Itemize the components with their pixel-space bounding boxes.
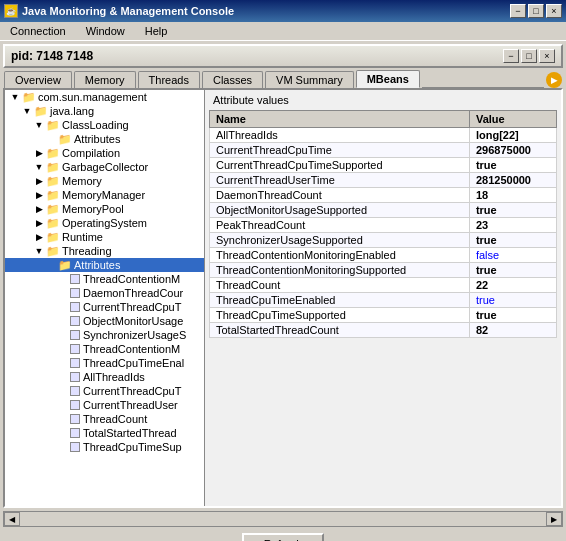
table-row[interactable]: ThreadCount22 bbox=[210, 278, 557, 293]
tree-node[interactable]: TotalStartedThread bbox=[5, 426, 204, 440]
leaf-icon bbox=[70, 302, 80, 312]
tree-node[interactable]: ▼📁ClassLoading bbox=[5, 118, 204, 132]
tab-vm-summary[interactable]: VM Summary bbox=[265, 71, 354, 88]
menu-help[interactable]: Help bbox=[139, 24, 174, 38]
window-title: Java Monitoring & Management Console bbox=[22, 5, 234, 17]
table-row[interactable]: CurrentThreadCpuTime296875000 bbox=[210, 143, 557, 158]
attr-value-cell: true bbox=[469, 158, 556, 173]
expand-icon bbox=[57, 343, 69, 355]
tree-node-label: ThreadContentionM bbox=[83, 343, 180, 355]
tab-overview[interactable]: Overview bbox=[4, 71, 72, 88]
pid-minimize[interactable]: − bbox=[503, 49, 519, 63]
table-row[interactable]: ObjectMonitorUsageSupportedtrue bbox=[210, 203, 557, 218]
scroll-left-btn[interactable]: ◀ bbox=[4, 512, 20, 526]
tab-threads[interactable]: Threads bbox=[138, 71, 200, 88]
attr-value-cell: 23 bbox=[469, 218, 556, 233]
minimize-button[interactable]: − bbox=[510, 4, 526, 18]
tree-node-label: ThreadCpuTimeEnal bbox=[83, 357, 184, 369]
attr-value-cell: 281250000 bbox=[469, 173, 556, 188]
tree-node[interactable]: ThreadCpuTimeEnal bbox=[5, 356, 204, 370]
tree-node[interactable]: ThreadCpuTimeSup bbox=[5, 440, 204, 454]
pid-close[interactable]: × bbox=[539, 49, 555, 63]
attr-name-cell: ThreadCpuTimeSupported bbox=[210, 308, 470, 323]
tab-mbeans[interactable]: MBeans bbox=[356, 70, 420, 88]
tree-node[interactable]: ThreadContentionM bbox=[5, 272, 204, 286]
title-bar-left: ☕ Java Monitoring & Management Console bbox=[4, 4, 234, 18]
tab-memory[interactable]: Memory bbox=[74, 71, 136, 88]
folder-icon: 📁 bbox=[46, 218, 60, 228]
tree-node-label: MemoryManager bbox=[62, 189, 145, 201]
horizontal-scrollbar[interactable]: ◀ ▶ bbox=[3, 511, 563, 527]
expand-icon bbox=[57, 273, 69, 285]
scroll-track bbox=[20, 515, 546, 523]
expand-icon bbox=[57, 357, 69, 369]
tree-node[interactable]: ▶📁OperatingSystem bbox=[5, 216, 204, 230]
maximize-button[interactable]: □ bbox=[528, 4, 544, 18]
tree-node[interactable]: 📁Attributes bbox=[5, 132, 204, 146]
menu-bar: Connection Window Help bbox=[0, 22, 566, 41]
folder-icon: 📁 bbox=[46, 232, 60, 242]
refresh-button[interactable]: Refresh bbox=[242, 533, 325, 541]
tree-node[interactable]: ▶📁MemoryManager bbox=[5, 188, 204, 202]
table-row[interactable]: ThreadContentionMonitoringEnabledfalse bbox=[210, 248, 557, 263]
tree-node[interactable]: ▼📁java.lang bbox=[5, 104, 204, 118]
attr-value-cell: long[22] bbox=[469, 128, 556, 143]
tree-node[interactable]: ObjectMonitorUsage bbox=[5, 314, 204, 328]
tree-node[interactable]: ▶📁Memory bbox=[5, 174, 204, 188]
table-row[interactable]: DaemonThreadCount18 bbox=[210, 188, 557, 203]
pid-label: pid: 7148 7148 bbox=[11, 49, 93, 63]
app-icon: ☕ bbox=[4, 4, 18, 18]
tree-node-label: Threading bbox=[62, 245, 112, 257]
table-row[interactable]: ThreadCpuTimeEnabledtrue bbox=[210, 293, 557, 308]
tree-node[interactable]: SynchronizerUsageS bbox=[5, 328, 204, 342]
tree-node[interactable]: ThreadCount bbox=[5, 412, 204, 426]
attr-table: Name Value AllThreadIdslong[22]CurrentTh… bbox=[209, 110, 557, 506]
expand-icon: ▶ bbox=[33, 203, 45, 215]
expand-icon bbox=[57, 413, 69, 425]
table-row[interactable]: ThreadContentionMonitoringSupportedtrue bbox=[210, 263, 557, 278]
expand-icon bbox=[57, 301, 69, 313]
scroll-right-btn[interactable]: ▶ bbox=[546, 512, 562, 526]
table-row[interactable]: SynchronizerUsageSupportedtrue bbox=[210, 233, 557, 248]
tree-node[interactable]: DaemonThreadCour bbox=[5, 286, 204, 300]
folder-icon: 📁 bbox=[46, 120, 60, 130]
tree-node[interactable]: ThreadContentionM bbox=[5, 342, 204, 356]
leaf-icon bbox=[70, 358, 80, 368]
pid-maximize[interactable]: □ bbox=[521, 49, 537, 63]
attr-name-cell: SynchronizerUsageSupported bbox=[210, 233, 470, 248]
main-content: ▼📁com.sun.management▼📁java.lang▼📁ClassLo… bbox=[3, 88, 563, 508]
attr-name-cell: ThreadContentionMonitoringSupported bbox=[210, 263, 470, 278]
tree-node[interactable]: ▼📁GarbageCollector bbox=[5, 160, 204, 174]
table-row[interactable]: AllThreadIdslong[22] bbox=[210, 128, 557, 143]
expand-icon bbox=[45, 259, 57, 271]
tree-node[interactable]: CurrentThreadUser bbox=[5, 398, 204, 412]
table-row[interactable]: PeakThreadCount23 bbox=[210, 218, 557, 233]
tree-node[interactable]: ▶📁Runtime bbox=[5, 230, 204, 244]
tree-node[interactable]: CurrentThreadCpuT bbox=[5, 384, 204, 398]
tree-node[interactable]: ▶📁MemoryPool bbox=[5, 202, 204, 216]
menu-window[interactable]: Window bbox=[80, 24, 131, 38]
tree-node[interactable]: ▼📁Threading bbox=[5, 244, 204, 258]
bottom-bar: Refresh bbox=[3, 527, 563, 541]
attr-title-label: Attribute values bbox=[205, 90, 561, 110]
tree-node[interactable]: AllThreadIds bbox=[5, 370, 204, 384]
expand-icon bbox=[57, 287, 69, 299]
table-row[interactable]: TotalStartedThreadCount82 bbox=[210, 323, 557, 338]
attr-value-cell: true bbox=[469, 293, 556, 308]
expand-icon bbox=[57, 315, 69, 327]
menu-connection[interactable]: Connection bbox=[4, 24, 72, 38]
table-row[interactable]: CurrentThreadCpuTimeSupportedtrue bbox=[210, 158, 557, 173]
tree-node-label: AllThreadIds bbox=[83, 371, 145, 383]
attr-value-cell: 22 bbox=[469, 278, 556, 293]
tree-node[interactable]: 📁Attributes bbox=[5, 258, 204, 272]
leaf-icon bbox=[70, 372, 80, 382]
tree-node[interactable]: CurrentThreadCpuT bbox=[5, 300, 204, 314]
tree-panel[interactable]: ▼📁com.sun.management▼📁java.lang▼📁ClassLo… bbox=[5, 90, 205, 506]
close-button[interactable]: × bbox=[546, 4, 562, 18]
tree-node[interactable]: ▼📁com.sun.management bbox=[5, 90, 204, 104]
table-row[interactable]: ThreadCpuTimeSupportedtrue bbox=[210, 308, 557, 323]
tab-classes[interactable]: Classes bbox=[202, 71, 263, 88]
tree-node[interactable]: ▶📁Compilation bbox=[5, 146, 204, 160]
table-row[interactable]: CurrentThreadUserTime281250000 bbox=[210, 173, 557, 188]
tree-node-label: ThreadCpuTimeSup bbox=[83, 441, 182, 453]
